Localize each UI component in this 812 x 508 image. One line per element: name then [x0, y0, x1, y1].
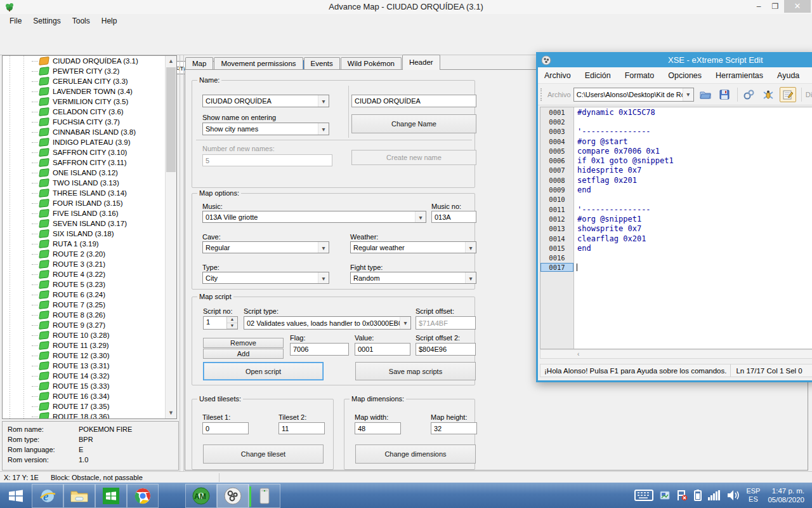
spinner-arrows[interactable]: ▲▼: [226, 317, 237, 329]
network-signal-icon[interactable]: [708, 490, 721, 500]
type-dropdown[interactable]: City▾: [202, 272, 329, 284]
music-no-input[interactable]: [431, 211, 476, 223]
change-dimensions-button[interactable]: Change dimensions: [355, 444, 476, 464]
code-line[interactable]: 0012#org @snippet1: [540, 214, 812, 224]
map-tree-item[interactable]: ROUTE 6 (3.24): [3, 290, 166, 300]
map-tree-item[interactable]: ROUTE 8 (3.26): [3, 310, 166, 320]
map-tree-item[interactable]: ROUTE 14 (3.32): [3, 371, 166, 381]
scrollbar-thumb[interactable]: [166, 67, 176, 172]
spin-up-icon[interactable]: ▲: [227, 317, 237, 323]
map-tree-item[interactable]: ROUTE 15 (3.33): [3, 381, 166, 391]
add-script-button[interactable]: Add: [203, 349, 284, 359]
map-tree-item[interactable]: CIUDAD ORQUÍDEA (3.1): [3, 56, 166, 66]
new-names-input[interactable]: [202, 154, 332, 166]
taskbar-emulator-button[interactable]: [249, 484, 280, 508]
action-center-flag-icon[interactable]: [676, 490, 688, 501]
change-name-button[interactable]: Change Name: [351, 114, 476, 133]
xse-save-icon[interactable]: [717, 88, 732, 102]
code-line[interactable]: 0016: [540, 253, 812, 262]
map-tree-item[interactable]: SAFFRON CITY (3.11): [3, 157, 166, 168]
tab-events[interactable]: Events: [304, 57, 340, 70]
map-tree-item[interactable]: ROUTE 13 (3.31): [3, 361, 166, 371]
scroll-left-icon[interactable]: ‹: [577, 351, 579, 358]
map-tree-item[interactable]: ROUTE 10 (3.28): [3, 330, 166, 340]
code-line[interactable]: 0011'---------------: [540, 204, 812, 214]
map-tree-item[interactable]: VERMILION CITY (3.5): [3, 97, 166, 107]
scroll-up-icon[interactable]: ▲: [166, 56, 176, 67]
map-tree-item[interactable]: LAVENDER TOWN (3.4): [3, 86, 166, 97]
flag-input[interactable]: [290, 343, 349, 356]
script-offset-input[interactable]: [416, 316, 476, 330]
map-tree-item[interactable]: FOUR ISLAND (3.15): [3, 198, 166, 208]
code-line[interactable]: 0008setflag 0x201: [540, 175, 812, 185]
map-name-dropdown[interactable]: CIUDAD ORQUÍDEA▾: [202, 95, 329, 107]
touch-keyboard-icon[interactable]: [634, 490, 653, 501]
map-tree-item[interactable]: SIX ISLAND (3.18): [3, 229, 166, 239]
xse-menu-ayuda[interactable]: Ayuda: [777, 71, 799, 80]
map-tree-item[interactable]: ROUTE 18 (3.36): [3, 411, 166, 419]
music-dropdown[interactable]: 013A Ville griotte▾: [202, 211, 426, 223]
map-width-input[interactable]: [355, 422, 401, 434]
language-indicator[interactable]: ESP ES: [746, 487, 760, 504]
scroll-down-icon[interactable]: ▼: [166, 408, 176, 418]
minimize-button[interactable]: –: [750, 0, 767, 13]
start-button[interactable]: [0, 484, 32, 508]
weather-dropdown[interactable]: Regular weather▾: [350, 241, 476, 253]
map-tree-item[interactable]: TWO ISLAND (3.13): [3, 178, 166, 188]
map-tree-item[interactable]: ROUTE 11 (3.29): [3, 340, 166, 351]
taskbar-chrome-button[interactable]: [127, 484, 159, 508]
script-no-spinner[interactable]: 1 ▲▼: [203, 316, 238, 330]
toolbar-grip[interactable]: [540, 88, 544, 101]
map-height-input[interactable]: [431, 422, 477, 434]
battery-icon[interactable]: [694, 490, 702, 501]
xse-menu-opciones[interactable]: Opciones: [668, 71, 702, 80]
xse-titlebar[interactable]: XSE - eXtreme Script Edit: [538, 54, 812, 67]
code-line[interactable]: 0002: [540, 117, 812, 126]
xse-horizontal-scrollbar[interactable]: ‹: [540, 349, 812, 359]
map-tree-item[interactable]: ROUTE 5 (3.23): [3, 279, 166, 290]
value-input[interactable]: [355, 343, 410, 356]
map-tree-item[interactable]: ROUTE 7 (3.25): [3, 300, 166, 310]
map-tree-item[interactable]: INDIGO PLATEAU (3.9): [3, 137, 166, 147]
code-line[interactable]: 0003'---------------: [540, 127, 812, 137]
map-tree-item[interactable]: CINNABAR ISLAND (3.8): [3, 127, 166, 137]
tileset1-input[interactable]: [202, 422, 249, 434]
xse-path-dropdown[interactable]: C:\Users\Alonso\Desktop\Kit de Rom▾: [573, 88, 694, 102]
xse-notepad-icon[interactable]: [780, 87, 796, 102]
taskbar-store-button[interactable]: [95, 484, 127, 508]
tab-map[interactable]: Map: [185, 57, 213, 70]
map-tree-item[interactable]: ROUTE 16 (3.34): [3, 391, 166, 401]
script-offset2-input[interactable]: [416, 343, 476, 356]
xse-debug-icon[interactable]: [761, 88, 776, 102]
map-tree-item[interactable]: ROUTE 2 (3.20): [3, 249, 166, 259]
clock[interactable]: 1:47 p. m. 05/08/2020: [768, 486, 804, 504]
map-tree-item[interactable]: SEVEN ISLAND (3.17): [3, 218, 166, 229]
tileset2-input[interactable]: [278, 422, 325, 434]
tab-movement-permissions[interactable]: Movement permissions: [214, 57, 303, 70]
map-tree-item[interactable]: THREE ISLAND (3.14): [3, 188, 166, 198]
taskbar-ie-button[interactable]: e: [32, 484, 63, 508]
code-line[interactable]: 0013showsprite 0x7: [540, 224, 812, 234]
spin-down-icon[interactable]: ▼: [227, 323, 237, 330]
map-tree-scrollbar[interactable]: ▲ ▼: [165, 56, 176, 418]
am-menu-file[interactable]: File: [4, 15, 27, 27]
script-type-dropdown[interactable]: 02 Validates values, loads handler to 0x…: [244, 316, 411, 330]
xse-menu-formato[interactable]: Formato: [625, 71, 655, 80]
taskbar-explorer-button[interactable]: [63, 484, 95, 508]
code-line[interactable]: 0001#dynamic 0x1C5C78: [540, 107, 812, 117]
code-line[interactable]: 0006if 0x1 goto @snippet1: [540, 156, 812, 165]
map-tree-item[interactable]: ONE ISLAND (3.12): [3, 168, 166, 178]
map-tree-item[interactable]: FUCHSIA CITY (3.7): [3, 117, 166, 127]
restore-button[interactable]: ❐: [767, 0, 783, 13]
code-line[interactable]: 0015end: [540, 243, 812, 253]
fight-type-dropdown[interactable]: Random▾: [350, 272, 476, 284]
save-map-scripts-button[interactable]: Save map scripts: [355, 362, 476, 380]
code-line[interactable]: 0014clearflag 0x201: [540, 234, 812, 243]
tray-app-icon[interactable]: [660, 490, 670, 500]
taskbar-advance-map-button[interactable]: AM: [185, 484, 217, 508]
map-tree-item[interactable]: SAFFRON CITY (3.10): [3, 147, 166, 157]
map-name-input[interactable]: [351, 95, 476, 107]
code-line[interactable]: 0005compare 0x7006 0x1: [540, 146, 812, 156]
show-name-dropdown[interactable]: Show city names▾: [202, 123, 329, 135]
code-line[interactable]: 0007hidesprite 0x7: [540, 166, 812, 175]
